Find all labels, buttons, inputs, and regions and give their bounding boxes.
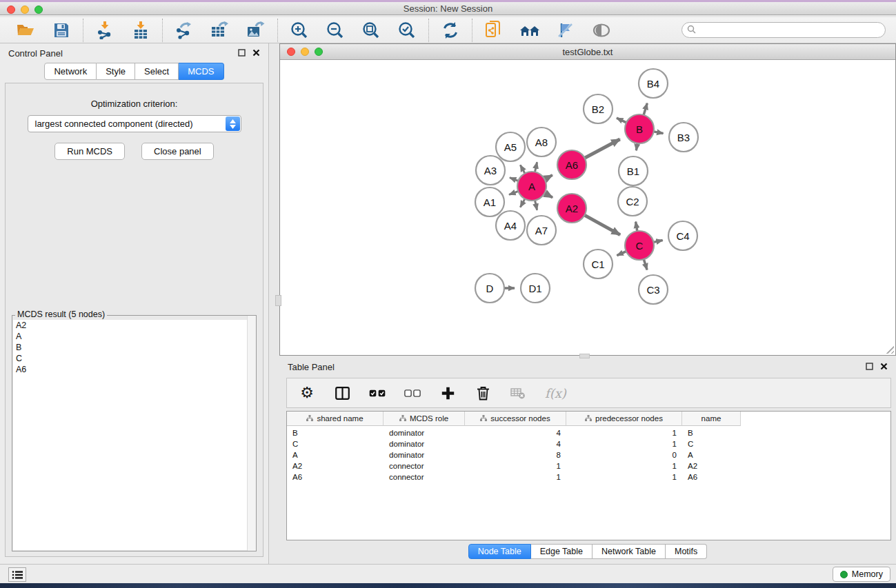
graph-node-C3[interactable]: C3 bbox=[639, 275, 668, 304]
close-panel-icon[interactable] bbox=[252, 48, 260, 59]
task-history-button[interactable] bbox=[8, 567, 26, 582]
zoom-out-icon[interactable] bbox=[324, 20, 346, 41]
graph-node-A7[interactable]: A7 bbox=[527, 216, 556, 245]
network-maximize-icon[interactable] bbox=[315, 48, 323, 56]
tab-style[interactable]: Style bbox=[97, 63, 135, 80]
select-all-columns-icon[interactable] bbox=[369, 385, 386, 401]
graph-node-C[interactable]: C bbox=[625, 231, 654, 260]
table-cell[interactable]: A2 bbox=[682, 462, 741, 470]
table-cell[interactable]: B bbox=[682, 429, 741, 437]
graph-node-D1[interactable]: D1 bbox=[521, 274, 550, 303]
edge-B-B3[interactable] bbox=[654, 132, 664, 134]
mcds-result-item[interactable]: C bbox=[13, 353, 255, 364]
graph-node-C2[interactable]: C2 bbox=[618, 187, 647, 216]
edge-A-A4[interactable] bbox=[520, 199, 525, 207]
graph-node-A2[interactable]: A2 bbox=[557, 194, 586, 223]
edge-A2-C[interactable] bbox=[584, 215, 620, 235]
edge-A-A3[interactable] bbox=[510, 178, 518, 181]
export-image-icon[interactable] bbox=[245, 20, 267, 41]
refresh-icon[interactable] bbox=[439, 20, 461, 41]
toolbar-search[interactable] bbox=[681, 22, 886, 38]
table-cell[interactable]: 1 bbox=[566, 440, 682, 448]
run-mcds-button[interactable]: Run MCDS bbox=[54, 143, 125, 160]
table-cell[interactable]: A bbox=[682, 451, 741, 459]
home-icon[interactable] bbox=[519, 20, 541, 41]
eye-icon[interactable] bbox=[590, 20, 613, 41]
edge-A-A5[interactable] bbox=[520, 165, 525, 173]
table-cell[interactable]: C bbox=[682, 440, 741, 448]
deselect-all-columns-icon[interactable] bbox=[404, 385, 421, 401]
zoom-selected-icon[interactable] bbox=[396, 20, 418, 41]
graph-node-D[interactable]: D bbox=[475, 274, 504, 303]
graph-node-A8[interactable]: A8 bbox=[527, 128, 556, 156]
mcds-result-item[interactable]: A2 bbox=[13, 320, 255, 331]
table-settings-gear-icon[interactable]: ⚙ bbox=[299, 385, 315, 401]
table-row[interactable]: A2connector11A2 bbox=[287, 460, 890, 472]
table-cell[interactable]: 8 bbox=[465, 451, 566, 459]
network-minimize-icon[interactable] bbox=[301, 48, 309, 56]
table-cell[interactable]: 1 bbox=[465, 462, 566, 470]
memory-button[interactable]: Memory bbox=[833, 567, 890, 582]
float-panel-icon[interactable] bbox=[238, 48, 246, 59]
table-cell[interactable]: dominator bbox=[384, 440, 465, 448]
graph-node-B3[interactable]: B3 bbox=[669, 123, 698, 152]
criterion-dropdown[interactable]: largest connected component (directed) bbox=[28, 115, 241, 132]
tab-edge-table[interactable]: Edge Table bbox=[531, 544, 593, 559]
graph-node-A5[interactable]: A5 bbox=[496, 132, 525, 161]
table-row[interactable]: Adominator80A bbox=[287, 449, 890, 460]
graph-node-A4[interactable]: A4 bbox=[496, 211, 525, 240]
edge-A-A2[interactable] bbox=[544, 193, 552, 197]
table-row[interactable]: Bdominator41B bbox=[287, 427, 890, 438]
edge-C-C1[interactable] bbox=[617, 252, 626, 256]
edge-A-A1[interactable] bbox=[509, 191, 518, 194]
table-cell[interactable]: A bbox=[287, 451, 384, 459]
edge-C-C4[interactable] bbox=[654, 241, 663, 243]
table-float-icon[interactable] bbox=[866, 362, 873, 372]
edge-A-A8[interactable] bbox=[535, 162, 537, 172]
column-header-shared-name[interactable]: shared name bbox=[287, 412, 384, 426]
table-cell[interactable]: 4 bbox=[465, 429, 566, 437]
table-close-icon[interactable] bbox=[880, 362, 888, 372]
minimize-window-icon[interactable] bbox=[21, 6, 29, 14]
tab-network[interactable]: Network bbox=[44, 63, 97, 80]
table-cell[interactable]: dominator bbox=[384, 451, 465, 459]
mcds-result-item[interactable]: A6 bbox=[13, 364, 255, 375]
edge-A-A6[interactable] bbox=[545, 175, 552, 179]
table-cell[interactable]: 1 bbox=[465, 473, 566, 481]
edge-C-C2[interactable] bbox=[636, 222, 637, 232]
table-row[interactable]: A6connector11A6 bbox=[287, 472, 890, 483]
table-cell[interactable]: dominator bbox=[384, 429, 465, 437]
import-table-icon[interactable] bbox=[130, 20, 152, 41]
import-network-icon[interactable] bbox=[94, 20, 116, 41]
tab-select[interactable]: Select bbox=[135, 63, 179, 80]
table-cell[interactable]: connector bbox=[384, 462, 465, 470]
tab-motifs[interactable]: Motifs bbox=[666, 544, 707, 559]
network-canvas[interactable]: B4B2BB3A5A8A6A3AB1A1A2C2A4A7C4CC1C3DD1 bbox=[280, 61, 895, 355]
vertical-divider-grip[interactable] bbox=[275, 295, 281, 306]
mcds-result-item[interactable]: B bbox=[13, 342, 255, 353]
table-cell[interactable]: 4 bbox=[465, 440, 566, 448]
table-row[interactable]: Cdominator41C bbox=[287, 438, 890, 449]
result-scrollbar[interactable] bbox=[247, 316, 256, 551]
export-network-icon[interactable] bbox=[173, 20, 195, 41]
edge-C-C3[interactable] bbox=[644, 259, 647, 270]
edge-A-A7[interactable] bbox=[535, 201, 537, 210]
graph-node-A6[interactable]: A6 bbox=[557, 150, 586, 179]
table-cell[interactable]: C bbox=[287, 440, 384, 448]
new-network-from-selection-icon[interactable] bbox=[483, 20, 505, 41]
graph-node-A[interactable]: A bbox=[517, 172, 546, 201]
close-panel-button[interactable]: Close panel bbox=[141, 143, 214, 160]
tab-mcds[interactable]: MCDS bbox=[179, 63, 223, 80]
network-close-icon[interactable] bbox=[287, 48, 295, 56]
graph-node-A3[interactable]: A3 bbox=[476, 156, 505, 185]
hide-graphics-details-icon[interactable] bbox=[555, 20, 577, 41]
zoom-fit-icon[interactable] bbox=[360, 20, 382, 41]
table-cell[interactable]: 1 bbox=[566, 429, 682, 437]
table-cell[interactable]: A2 bbox=[287, 462, 384, 470]
edge-B-B2[interactable] bbox=[617, 118, 626, 123]
node-table[interactable]: shared nameMCDS rolesuccessor nodesprede… bbox=[286, 411, 891, 540]
table-cell[interactable]: B bbox=[287, 429, 384, 437]
column-header-name[interactable]: name bbox=[682, 412, 741, 426]
graph-node-B[interactable]: B bbox=[625, 114, 654, 143]
graph-node-C4[interactable]: C4 bbox=[668, 221, 697, 250]
